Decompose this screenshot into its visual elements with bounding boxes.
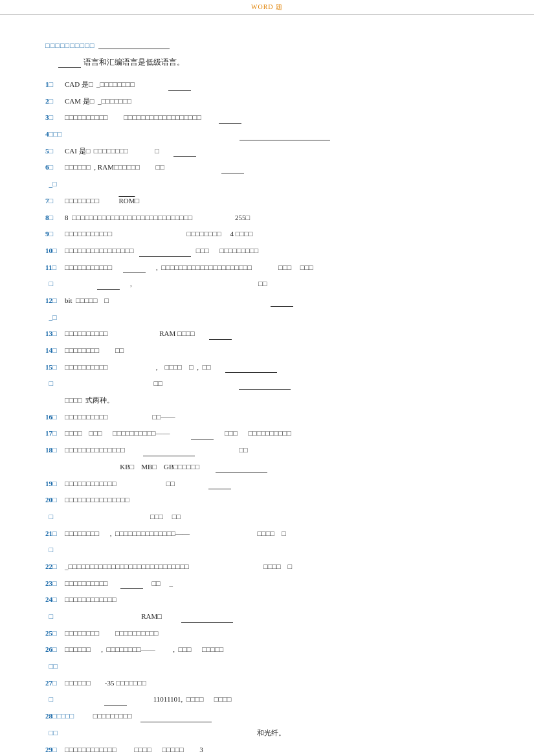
q-num: 13□ <box>45 328 63 340</box>
q-num: 15□ <box>45 361 63 373</box>
q-num: □ <box>45 544 63 556</box>
list-item: 6□ □□□□□□ , RAM□□□□□□ □□ <box>45 161 489 173</box>
list-item: 14□ □□□□□□□□ □□ <box>45 344 489 357</box>
q-num: 1□ <box>45 78 63 91</box>
q-num: 4□□□ <box>45 128 63 140</box>
q-num: 28□□□□□ <box>45 710 74 722</box>
q-num: 29□ <box>45 744 63 756</box>
q-num: 26□ <box>45 643 63 656</box>
q-num <box>45 394 63 406</box>
q-num: 23□ <box>45 577 63 590</box>
list-item: 8□ 8 □□□□□□□□□□□□□□□□□□□□□□□□□□□□ 255□ <box>45 212 489 224</box>
subtitle-text: 语言和汇编语言是低级语言。 <box>83 57 184 68</box>
list-item: 13□ □□□□□□□□□□ RAM □□□□ <box>45 328 489 340</box>
list-item: 21□ □□□□□□□□ , □□□□□□□□□□□□□□—— □□□□ □ <box>45 528 489 540</box>
list-item: 2□ CAM 是□ _□□□□□□□ <box>45 95 489 107</box>
list-item: KB□ MB□ GB□□□□□□ <box>45 461 489 473</box>
q-num: 20□ <box>45 494 63 506</box>
list-item: 17□ □□□□ □□□ □□□□□□□□□□—— □□□ □□□□□□□□□□ <box>45 427 489 439</box>
q-num: 22□ <box>45 561 63 573</box>
q-num: 5□ <box>45 145 63 157</box>
top-bar: WORD 题 <box>0 0 534 15</box>
doc-title-text: □□□□□□□□□□ <box>45 41 95 49</box>
doc-title-area: □□□□□□□□□□ 语言和汇编语言是低级语言。 <box>45 41 489 72</box>
q-num: 18□ <box>45 444 63 456</box>
list-item: 1□ CAD 是□ _□□□□□□□□ <box>45 78 489 91</box>
list-item: _□ <box>45 311 489 324</box>
q-num: 7□ <box>45 195 63 207</box>
q-num: 10□ <box>45 245 63 257</box>
list-item: 25□ □□□□□□□□ □□□□□□□□□□ <box>45 627 489 639</box>
q-num: 8□ <box>45 212 63 224</box>
list-item: □ , □□ <box>45 278 489 290</box>
top-bar-label: WORD 题 <box>251 3 283 10</box>
q-num: 25□ <box>45 627 63 639</box>
list-item: □□ <box>45 660 489 673</box>
q-num: 3□ <box>45 111 63 124</box>
q-num <box>45 461 63 473</box>
list-item: 23□ □□□□□□□□□□ □□ _ <box>45 577 489 590</box>
list-item: 16□ □□□□□□□□□□ □□—— <box>45 411 489 423</box>
list-item: 7□ □□□□□□□□ ROM□ <box>45 195 489 207</box>
list-item: _□ <box>45 178 489 190</box>
q-num: □□ <box>45 660 63 673</box>
q-num: 27□ <box>45 677 63 689</box>
q-num: _□ <box>45 311 63 324</box>
q-num: □ <box>45 511 63 523</box>
questions-list: 1□ CAD 是□ _□□□□□□□□ 2□ CAM 是□ _□□□□□□□ 3… <box>45 78 489 756</box>
q-num: □ <box>45 377 63 390</box>
q-num: 11□ <box>45 261 63 274</box>
q-num: 9□ <box>45 228 63 240</box>
list-item: 11□ □□□□□□□□□□□ , □□□□□□□□□□□□□□□□□□□□□ … <box>45 261 489 274</box>
q-num: □ <box>45 278 63 290</box>
list-item: □ <box>45 544 489 556</box>
q-num: 6□ <box>45 161 63 173</box>
list-item: □ □□ <box>45 377 489 390</box>
q-num: 24□ <box>45 594 63 606</box>
list-item: □ □□□ □□ <box>45 511 489 523</box>
list-item: 26□ □□□□□□ , □□□□□□□□—— , □□□ □□□□□ <box>45 643 489 656</box>
list-item: 15□ □□□□□□□□□□ , □□□□ □ , □□ <box>45 361 489 373</box>
list-item: 9□ □□□□□□□□□□□ □□□□□□□□ 4 □□□□ <box>45 228 489 240</box>
list-item: 18□ □□□□□□□□□□□□□□ □□ <box>45 444 489 456</box>
q-num: 2□ <box>45 95 63 107</box>
list-item: 19□ □□□□□□□□□□□□ □□ <box>45 478 489 490</box>
list-item: 20□ □□□□□□□□□□□□□□□ <box>45 494 489 506</box>
list-item: □□□□ 式两种。 <box>45 394 489 406</box>
list-item: 27□ □□□□□□ -35 □□□□□□□ <box>45 677 489 689</box>
list-item: □ RAM□ <box>45 610 489 623</box>
list-item: 28□□□□□ □□□□□□□□□ <box>45 710 489 722</box>
list-item: □□ 和光纤。 <box>45 727 489 739</box>
q-num: 12□ <box>45 295 63 307</box>
list-item: 10□ □□□□□□□□□□□□□□□□ □□□ □□□□□□□□□ <box>45 245 489 257</box>
q-num: 21□ <box>45 528 63 540</box>
q-num: 19□ <box>45 478 63 490</box>
list-item: 12□ bit □□□□□ □ <box>45 295 489 307</box>
list-item: 29□ □□□□□□□□□□□□ □□□□ □□□□□ 3 <box>45 744 489 756</box>
q-num: □ <box>45 693 63 706</box>
list-item: 4□□□ <box>45 128 489 140</box>
q-num: _□ <box>45 178 63 190</box>
q-num: □□ <box>45 727 63 739</box>
list-item: □ 11011101, □□□□ □□□□ <box>45 693 489 706</box>
list-item: 22□ _□□□□□□□□□□□□□□□□□□□□□□□□□□□□ □□□□ □ <box>45 561 489 573</box>
q-num: 16□ <box>45 411 63 423</box>
q-num: 14□ <box>45 344 63 357</box>
list-item: 3□ □□□□□□□□□□ □□□□□□□□□□□□□□□□□□ <box>45 111 489 124</box>
list-item: 24□ □□□□□□□□□□□□ <box>45 594 489 606</box>
list-item: 5□ CAI 是□ □□□□□□□□ □ <box>45 145 489 157</box>
q-num: □ <box>45 610 63 623</box>
q-num: 17□ <box>45 427 63 439</box>
